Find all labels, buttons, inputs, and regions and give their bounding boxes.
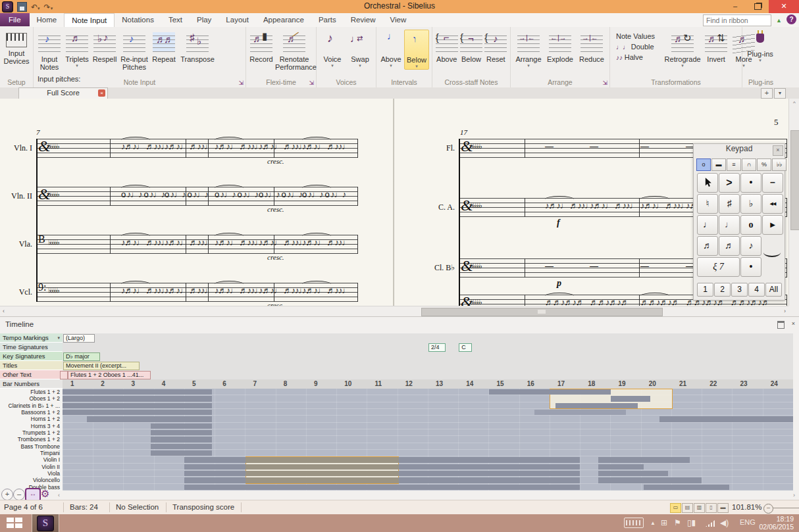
timeline-segment[interactable] [611, 396, 650, 401]
timeline-segment[interactable] [644, 485, 729, 490]
timeline-segment[interactable] [151, 444, 212, 449]
cross-staff-above-button[interactable]: {⌐Above [435, 30, 458, 63]
timeline-instrument-violoncello[interactable]: Violoncello [0, 477, 63, 483]
timeline-segment[interactable] [184, 477, 245, 483]
tab-review[interactable]: Review [344, 13, 383, 26]
timeline-segment[interactable] [63, 403, 212, 408]
tab-note-input[interactable]: Note Input [64, 13, 115, 27]
keypad-key-rhythm-dot[interactable]: • [740, 257, 761, 277]
timeline-instrument-horns-1-2[interactable]: Horns 1 + 2 [0, 416, 63, 422]
timeline-instrument-trombones-1-2[interactable]: Trombones 1 + 2 [0, 436, 63, 443]
timeline-segment[interactable] [659, 416, 794, 422]
keypad-voice-All[interactable]: All [765, 283, 782, 297]
timeline-segment[interactable] [399, 457, 580, 462]
zoom-slider-track[interactable] [773, 508, 799, 508]
timeline-scroll-right-icon[interactable]: › [793, 492, 795, 498]
keypad-key-rewind[interactable]: ◀◀ [762, 194, 783, 214]
timeline-chip[interactable]: 2/4 [428, 343, 446, 352]
timeline-instrument-viola[interactable]: Viola [0, 470, 63, 477]
invert-button[interactable]: ♬⇅Invert [703, 30, 729, 68]
timeline-segment[interactable] [184, 471, 245, 476]
note-input-dialog-launcher[interactable]: ⇲ [238, 80, 244, 86]
tab-appearance[interactable]: Appearance [256, 13, 311, 26]
timeline-segment[interactable] [534, 410, 626, 415]
timeline-row-label-tempo-markings[interactable]: Tempo Markings▾ [0, 333, 63, 343]
timeline-segment[interactable] [184, 485, 580, 490]
keypad-key-rests[interactable]: ξ 7 [697, 257, 740, 277]
transpose-button[interactable]: ♯♭Transpose [178, 30, 217, 71]
horizontal-scroll-thumb[interactable] [421, 308, 663, 316]
keypad-key-quarter-note[interactable]: ♩ [697, 215, 718, 235]
timeline-instrument-flutes-1-2[interactable]: Flutes 1 + 2 [0, 389, 63, 395]
timeline-settings-gear-icon[interactable]: ⚙ [41, 488, 49, 499]
keypad-key-half-note[interactable]: ♩ [719, 215, 740, 235]
timeline-segment[interactable] [87, 416, 212, 422]
timeline-segment[interactable] [63, 410, 212, 415]
timeline-instrument-bassoons-1-2[interactable]: Bassoons 1 + 2 [0, 409, 63, 416]
timeline-segment[interactable] [598, 457, 690, 462]
timeline-zoom-out-button[interactable]: – [13, 489, 25, 500]
tab-text[interactable]: Text [161, 13, 190, 26]
tab-full-score[interactable]: Full Score × [18, 87, 108, 99]
help-button[interactable]: ? [786, 14, 796, 24]
keypad-tab-accidentals[interactable]: ♭♭ [772, 158, 786, 171]
timeline-instrument-clarinets-in-b-1-[interactable]: Clarinets in B♭ 1 + ... [0, 402, 63, 409]
respell-button[interactable]: ♭♪Respell [91, 30, 118, 71]
keypad-key-flat[interactable]: ♭ [740, 194, 761, 214]
timeline-segment[interactable] [555, 403, 638, 408]
keypad-key-16th-note[interactable]: ♬ [719, 236, 740, 256]
spread-view-icon[interactable]: ▯ [706, 503, 717, 513]
record-button[interactable]: ♬▮Record [249, 30, 274, 71]
arrange-button[interactable]: →|←Arrange▾ [513, 30, 544, 68]
timeline-segment[interactable] [151, 423, 212, 429]
cross-staff-reset-button[interactable]: {♪Reset [484, 30, 507, 63]
two-page-view-icon[interactable]: ▥ [694, 503, 705, 513]
double-note-values-button[interactable]: ♩♩ Double [614, 41, 657, 52]
timeline-zoom-in-button[interactable]: + [1, 489, 13, 500]
vertical-scroll-thumb[interactable] [790, 130, 799, 230]
keypad-tab-common-notes[interactable]: o [696, 158, 711, 171]
timeline-chip[interactable]: (Largo) [63, 334, 95, 343]
keypad-key-tenuto[interactable]: – [762, 173, 783, 193]
timeline-segment[interactable] [151, 430, 212, 435]
timeline-instrument-horns-3-4[interactable]: Horns 3 + 4 [0, 423, 63, 429]
keypad-key-natural[interactable]: ♮ [697, 194, 718, 214]
timeline-chip[interactable] [60, 371, 68, 379]
tab-menu-button[interactable]: ▾ [774, 88, 786, 99]
keypad-key-mouse-pointer[interactable] [697, 173, 718, 193]
zoom-out-button[interactable]: – [763, 504, 773, 514]
scroll-right-icon[interactable]: › [784, 308, 786, 314]
keypad-key-32nd-note[interactable]: ♬ [697, 236, 718, 256]
tab-view[interactable]: View [382, 13, 413, 26]
keypad-tab-beams-tremolos[interactable]: ≡ [727, 158, 741, 171]
close-button[interactable]: ✕ [769, 0, 799, 13]
power-icon[interactable]: ▯▮ [687, 518, 696, 527]
keypad-close-icon[interactable]: × [773, 145, 783, 156]
input-notes-button[interactable]: ♪Input Notes [36, 30, 63, 71]
swap-button[interactable]: ♩⇄Swap▾ [347, 30, 373, 68]
timeline-segment[interactable] [151, 450, 212, 456]
renotate-performance-button[interactable]: ♬/Renotate Performance [275, 30, 313, 71]
keypad-key-accent[interactable]: > [719, 173, 740, 193]
input-devices-button[interactable]: Input Devices [3, 30, 30, 65]
retrograde-button[interactable]: ♬↻Retrograde▾ [663, 30, 702, 68]
scroll-up-icon[interactable]: ^ [789, 100, 799, 106]
keypad-tab-more-notes[interactable]: ▬ [711, 158, 726, 171]
timeline-float-icon[interactable] [777, 321, 785, 329]
timeline-segment[interactable] [245, 471, 400, 476]
timeline-row-label-bar-numbers[interactable]: Bar Numbers [0, 379, 63, 389]
start-button[interactable] [7, 518, 22, 529]
timeline-segment[interactable] [184, 457, 245, 462]
touch-keyboard-icon[interactable] [624, 518, 644, 528]
score-vertical-scrollbar[interactable]: ^ [788, 99, 799, 306]
plug-ins-button[interactable]: Plug-ins▾ [745, 30, 775, 63]
flexi-time-dialog-launcher[interactable]: ⇲ [309, 80, 314, 86]
restore-button[interactable] [746, 0, 769, 13]
network-signal-icon[interactable] [706, 520, 715, 527]
panorama-icon[interactable]: ▭ [670, 503, 681, 513]
timeline-segment[interactable] [245, 464, 400, 470]
timeline-row-label-time-signatures[interactable]: Time Signatures [0, 343, 63, 352]
whole-page-view-icon[interactable]: ▬ [717, 503, 729, 513]
timeline-segment[interactable] [63, 389, 212, 395]
triplets-button[interactable]: ♬Triplets▾ [64, 30, 90, 71]
